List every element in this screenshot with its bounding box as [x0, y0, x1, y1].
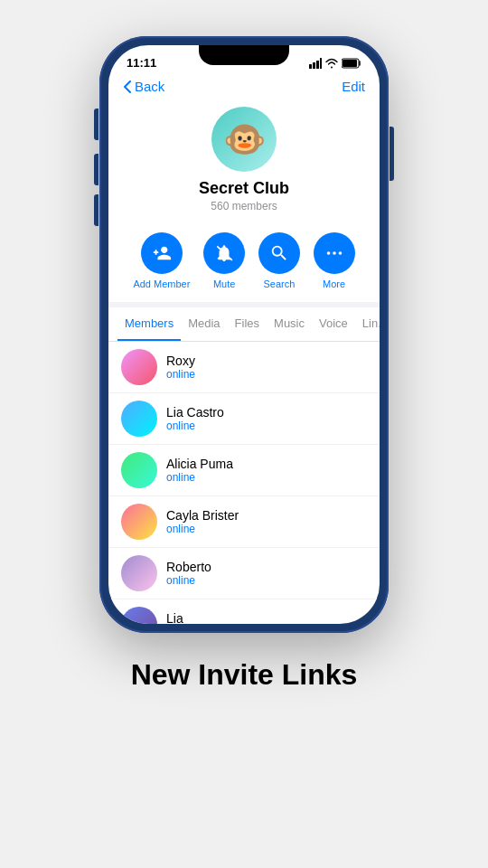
- member-status: online: [166, 471, 233, 484]
- person-add-svg: [152, 243, 172, 263]
- more-button[interactable]: More: [314, 232, 355, 289]
- more-label: More: [323, 278, 345, 289]
- member-info: Lia Castro online: [166, 405, 224, 432]
- member-avatar: [121, 504, 157, 540]
- member-info: Cayla Brister online: [166, 508, 239, 535]
- group-header: 🐵 Secret Club 560 members: [108, 101, 380, 225]
- back-button[interactable]: Back: [123, 79, 164, 94]
- signal-icon: [309, 58, 322, 69]
- tab-links[interactable]: Lin...: [355, 307, 380, 341]
- mute-button[interactable]: Mute: [203, 232, 245, 289]
- page-title: New Invite Links: [131, 658, 358, 692]
- member-info: Lia online: [166, 611, 195, 624]
- svg-rect-1: [313, 62, 315, 69]
- add-member-label: Add Member: [133, 278, 190, 289]
- member-status: online: [166, 368, 195, 381]
- tab-music[interactable]: Music: [267, 307, 312, 341]
- battery-icon: [342, 58, 361, 69]
- member-name: Cayla Brister: [166, 508, 239, 523]
- svg-point-8: [338, 251, 342, 255]
- action-buttons: Add Member Mute: [108, 225, 380, 307]
- member-name: Alicia Puma: [166, 457, 233, 471]
- member-avatar: [121, 555, 157, 591]
- more-icon: [314, 232, 355, 274]
- member-name: Lia: [166, 611, 195, 624]
- member-item[interactable]: Cayla Brister online: [108, 496, 380, 548]
- svg-rect-5: [343, 60, 357, 67]
- member-name: Roberto: [166, 560, 211, 574]
- group-emoji: 🐵: [223, 119, 266, 159]
- tab-members[interactable]: Members: [117, 307, 181, 341]
- status-bar: 11:11: [108, 45, 380, 75]
- group-name: Secret Club: [199, 179, 289, 198]
- mute-icon: [203, 232, 245, 274]
- tab-media[interactable]: Media: [181, 307, 227, 341]
- member-item[interactable]: Alicia Puma online: [108, 445, 380, 496]
- member-avatar: [121, 607, 157, 624]
- search-label: Search: [263, 278, 295, 289]
- members-list: Roxy online Lia Castro online Alicia Pum…: [108, 342, 380, 624]
- member-info: Alicia Puma online: [166, 457, 233, 484]
- search-button[interactable]: Search: [258, 232, 300, 289]
- svg-rect-2: [316, 61, 319, 69]
- member-name: Lia Castro: [166, 405, 224, 420]
- add-member-icon: [141, 232, 183, 274]
- tabs-bar: Members Media Files Music Voice Lin...: [108, 307, 380, 342]
- search-icon: [258, 232, 300, 274]
- member-status: online: [166, 523, 239, 535]
- group-avatar: 🐵: [211, 107, 277, 172]
- tab-files[interactable]: Files: [228, 307, 267, 341]
- member-item[interactable]: Lia Castro online: [108, 393, 380, 445]
- phone-frame: 11:11: [99, 36, 389, 633]
- edit-button[interactable]: Edit: [342, 79, 365, 94]
- svg-point-6: [326, 251, 330, 255]
- member-avatar: [121, 349, 157, 385]
- phone-screen: 11:11: [108, 45, 380, 624]
- ellipsis-svg: [324, 243, 344, 263]
- member-avatar: [121, 452, 157, 488]
- member-item[interactable]: Roxy online: [108, 342, 380, 393]
- page-wrapper: 11:11: [0, 0, 488, 868]
- member-item[interactable]: Lia online: [108, 599, 380, 624]
- member-info: Roxy online: [166, 354, 195, 381]
- add-member-button[interactable]: Add Member: [133, 232, 190, 289]
- svg-rect-0: [309, 64, 312, 69]
- member-status: online: [166, 420, 224, 432]
- group-members-count: 560 members: [211, 200, 277, 212]
- svg-point-7: [333, 251, 336, 255]
- member-info: Roberto online: [166, 560, 211, 587]
- nav-bar: Back Edit: [108, 75, 380, 101]
- status-time: 11:11: [127, 56, 156, 70]
- wifi-icon: [325, 58, 338, 69]
- chevron-left-icon: [123, 80, 131, 93]
- svg-rect-3: [320, 58, 322, 69]
- bell-slash-svg: [214, 243, 234, 263]
- member-name: Roxy: [166, 354, 195, 368]
- tab-voice[interactable]: Voice: [312, 307, 355, 341]
- status-icons: [309, 58, 361, 69]
- back-label: Back: [135, 79, 164, 94]
- member-avatar: [121, 401, 157, 437]
- mute-label: Mute: [213, 278, 235, 289]
- member-item[interactable]: Roberto online: [108, 548, 380, 599]
- magnifier-svg: [269, 243, 289, 263]
- member-status: online: [166, 574, 211, 587]
